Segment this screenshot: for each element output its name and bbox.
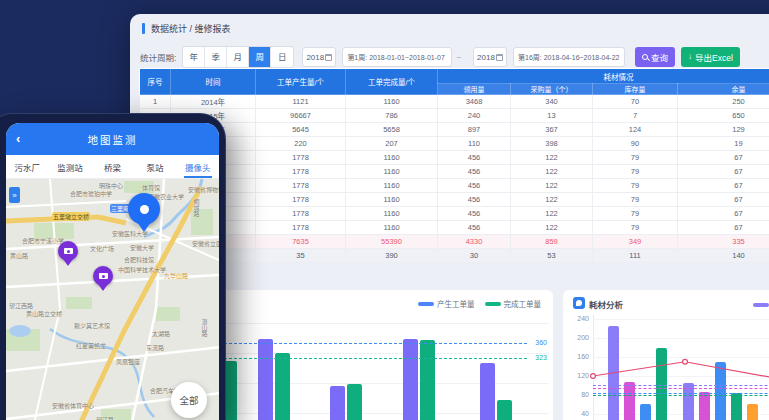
table-cell: 1 <box>140 95 171 109</box>
selected-location-pin[interactable] <box>128 193 160 225</box>
year-to-value: 2018 <box>477 53 495 62</box>
table-row: 42017年2202071103989019 <box>140 137 769 151</box>
calendar-icon <box>325 54 332 61</box>
export-excel-button[interactable]: ↓ 导出Excel <box>681 47 740 67</box>
sub-header-2: 采购量（个） <box>511 84 593 95</box>
table-cell: 897 <box>438 123 511 137</box>
table-cell: 340 <box>511 95 593 109</box>
table-cell: 398 <box>511 137 593 151</box>
table-cell: 122 <box>511 179 593 193</box>
camera-pin[interactable] <box>93 266 113 286</box>
period-label: 统计周期: <box>140 51 176 63</box>
map-label: 太湖路 <box>152 329 170 338</box>
workorder-chart-card: 产生工单量完成工单量 360323 <box>205 290 553 420</box>
table-cell: 335 <box>678 235 769 249</box>
tab-camera[interactable]: 摄像头 <box>176 155 219 178</box>
table-row: 12014年11211160346834070250 <box>140 95 769 109</box>
table-cell: 456 <box>438 221 511 235</box>
map-label: 安徽省体育中心 <box>52 401 94 410</box>
trend-line-layer <box>563 290 769 420</box>
table-cell: 5658 <box>346 123 438 137</box>
period-option-day[interactable]: 日 <box>271 47 293 67</box>
breadcrumb-text: 数据统计 / 维修报表 <box>151 22 231 35</box>
period-option-quarter[interactable]: 季 <box>205 47 227 67</box>
phone-screen: ‹ 地图监测 污水厂 监测站 桥梁 泵站 摄像头 <box>6 123 219 420</box>
tab-monitor-station[interactable]: 监测站 <box>49 155 92 178</box>
chart-bar <box>347 384 362 420</box>
table-cell: 70 <box>593 95 678 109</box>
map-all-button[interactable]: 全部 <box>171 382 207 418</box>
annotation-label: 360 <box>535 339 547 347</box>
chart-gridline <box>209 323 549 324</box>
table-cell: 67 <box>678 179 769 193</box>
table-row: 22015年96667786240137650 <box>140 109 769 123</box>
table-cell: 79 <box>593 193 678 207</box>
table-cell: 220 <box>256 137 346 151</box>
avg-row: 平均值353903053111140 <box>140 249 769 263</box>
period-option-month[interactable]: 月 <box>227 47 249 67</box>
week-to-input[interactable]: 第16周: 2018-04-16~2018-04-22 <box>513 47 625 67</box>
phone-tab-bar: 污水厂 监测站 桥梁 泵站 摄像头 <box>6 155 219 179</box>
map-view[interactable]: » 明珠中心合肥市琥珀中学体育馆安徽农业大学安徽省博物馆三里庵五里墩立交桥桐城路… <box>6 179 219 420</box>
table-cell: 129 <box>678 123 769 137</box>
table-cell: 53 <box>511 249 593 263</box>
table-cell: 349 <box>593 235 678 249</box>
year-from-select[interactable]: 2018 <box>302 47 336 67</box>
period-option-year[interactable]: 年 <box>183 47 205 67</box>
table-cell: 110 <box>438 137 511 151</box>
table-cell: 786 <box>346 109 438 123</box>
map-label: 三里庵 <box>110 204 130 213</box>
table-cell: 13 <box>511 109 593 123</box>
map-label: 合肥市琥珀中学 <box>70 189 112 198</box>
tab-sewage-plant[interactable]: 污水厂 <box>6 155 49 178</box>
map-label: 文化广场 <box>90 244 114 253</box>
filter-bar: 统计周期: 年 季 月 周 日 2018 第1周: 2018-01-01~201… <box>140 46 740 68</box>
map-label: 中国科学技术大学 <box>118 265 166 274</box>
period-option-week[interactable]: 周 <box>249 47 271 67</box>
table-body: 12014年1121116034683407025022015年96667786… <box>140 95 769 263</box>
map-label: 东流路 <box>146 343 164 352</box>
chart-bar <box>275 353 290 420</box>
map-expander-button[interactable]: » <box>9 187 20 203</box>
table-cell: 859 <box>511 235 593 249</box>
table-cell: 1160 <box>346 193 438 207</box>
table-cell: 650 <box>678 109 769 123</box>
query-button[interactable]: 查询 <box>635 47 675 67</box>
table-cell: 1160 <box>346 221 438 235</box>
table-cell: 67 <box>678 193 769 207</box>
table-cell: 456 <box>438 193 511 207</box>
table-cell: 1778 <box>256 221 346 235</box>
search-icon <box>642 54 648 60</box>
table-cell: 122 <box>511 207 593 221</box>
breadcrumb: 数据统计 / 维修报表 <box>142 22 231 35</box>
table-cell: 1160 <box>346 165 438 179</box>
annotation-line <box>209 343 527 344</box>
table-cell: 390 <box>346 249 438 263</box>
report-table: 序号 时间 工单产生量/个 工单完成量/个 耗材情况 领用量 采购量（个） 库存… <box>139 68 769 263</box>
table-cell: 55390 <box>346 235 438 249</box>
table-cell: 2014年 <box>171 95 256 109</box>
chart-bar <box>258 339 273 420</box>
tab-pump-station[interactable]: 泵站 <box>134 155 177 178</box>
sub-header-4: 余量 <box>678 84 769 95</box>
tab-bridge[interactable]: 桥梁 <box>91 155 134 178</box>
year-to-select[interactable]: 2018 <box>473 47 507 67</box>
col-header-completed: 工单完成量/个 <box>346 69 438 95</box>
export-button-label: 导出Excel <box>695 51 733 63</box>
week-from-input[interactable]: 第1周: 2018-01-01~2018-01-07 <box>342 47 452 67</box>
camera-pin[interactable] <box>58 241 78 261</box>
map-label: 黄山路 <box>10 251 28 260</box>
camera-icon <box>64 248 73 254</box>
calendar-icon <box>496 54 503 61</box>
table-row: 82021年177811604561227967 <box>140 193 769 207</box>
annotation-label: 323 <box>535 354 547 362</box>
table-cell: 1778 <box>256 193 346 207</box>
table-cell: 5645 <box>256 123 346 137</box>
map-label: 红星美凯龙 <box>76 341 106 350</box>
back-icon[interactable]: ‹ <box>16 123 20 155</box>
map-label: 安徽省立医院 <box>192 239 219 248</box>
map-label: 黄山路立交桥 <box>26 309 62 318</box>
table-cell: 1160 <box>346 179 438 193</box>
table-cell: 79 <box>593 221 678 235</box>
table-cell: 111 <box>593 249 678 263</box>
